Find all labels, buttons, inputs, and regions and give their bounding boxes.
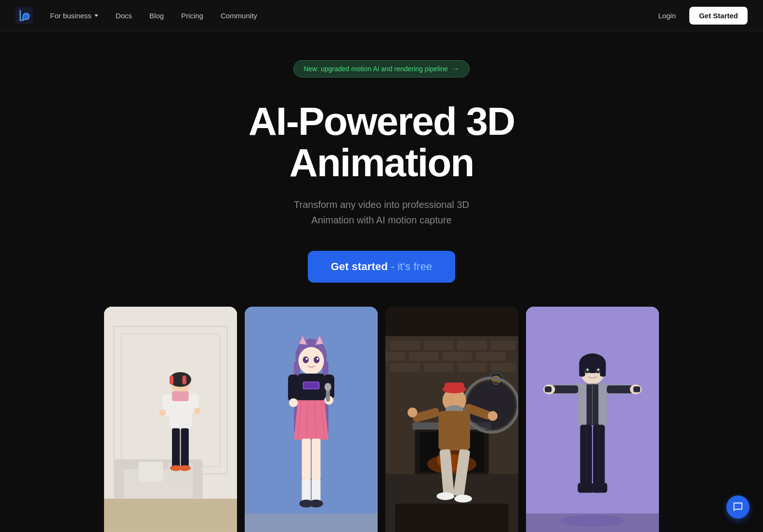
- svg-rect-14: [114, 469, 123, 499]
- svg-rect-125: [578, 483, 593, 493]
- svg-rect-24: [172, 428, 180, 468]
- svg-point-45: [316, 358, 318, 360]
- svg-rect-91: [395, 504, 508, 532]
- svg-rect-66: [385, 307, 518, 336]
- svg-rect-78: [457, 363, 487, 372]
- chevron-down-icon: [94, 14, 98, 17]
- svg-rect-126: [592, 483, 607, 493]
- svg-point-115: [597, 369, 599, 371]
- svg-rect-74: [443, 352, 472, 361]
- nav-right: Login Get Started: [650, 7, 748, 25]
- svg-rect-21: [183, 376, 186, 384]
- announcement-badge[interactable]: New: upgraded motion AI and rendering pi…: [293, 60, 470, 78]
- nav-for-business[interactable]: For business: [42, 8, 106, 24]
- svg-rect-133: [545, 387, 552, 392]
- svg-rect-72: [385, 352, 405, 361]
- svg-rect-16: [139, 462, 163, 481]
- svg-point-44: [306, 358, 308, 360]
- navbar: For business Docs Blog Pricing Community…: [0, 0, 763, 31]
- card-1: [104, 307, 237, 532]
- nav-blog[interactable]: Blog: [142, 8, 171, 24]
- badge-text: New: upgraded motion AI and rendering pi…: [303, 65, 448, 73]
- card-3: [385, 307, 518, 532]
- svg-point-89: [467, 381, 515, 429]
- hero-section: New: upgraded motion AI and rendering pi…: [0, 31, 763, 307]
- svg-point-112: [585, 368, 590, 373]
- cta-prefix: Get started: [331, 260, 388, 272]
- svg-rect-57: [302, 439, 311, 480]
- svg-rect-110: [579, 362, 585, 377]
- svg-rect-68: [390, 341, 420, 350]
- svg-rect-71: [491, 341, 515, 350]
- svg-rect-77: [424, 363, 453, 372]
- card-4: [526, 307, 659, 532]
- nav-links: For business Docs Blog Pricing Community: [42, 8, 265, 24]
- svg-rect-69: [424, 341, 453, 350]
- nav-docs[interactable]: Docs: [108, 8, 140, 24]
- hero-subtitle: Transform any video into professional 3D…: [294, 197, 469, 228]
- cta-button[interactable]: Get started - it's free: [308, 251, 456, 283]
- nav-community[interactable]: Community: [213, 8, 265, 24]
- svg-rect-76: [390, 363, 420, 372]
- main-content: New: upgraded motion AI and rendering pi…: [0, 0, 763, 532]
- svg-point-42: [303, 356, 309, 363]
- svg-point-27: [179, 465, 191, 471]
- svg-point-100: [488, 411, 498, 421]
- svg-rect-75: [476, 352, 505, 361]
- svg-point-43: [314, 356, 319, 363]
- svg-rect-129: [552, 386, 578, 393]
- svg-rect-96: [438, 411, 470, 451]
- svg-point-30: [159, 409, 166, 416]
- svg-point-41: [298, 347, 324, 375]
- cards-section: [92, 307, 671, 532]
- svg-rect-79: [491, 363, 515, 372]
- svg-point-103: [436, 493, 454, 500]
- svg-rect-58: [312, 439, 320, 480]
- login-button[interactable]: Login: [650, 8, 684, 24]
- svg-point-114: [587, 369, 589, 371]
- svg-rect-73: [409, 352, 438, 361]
- chat-icon: [733, 502, 743, 512]
- svg-rect-130: [607, 386, 633, 393]
- card-2: [245, 307, 378, 532]
- svg-rect-48: [304, 383, 319, 389]
- svg-point-61: [289, 398, 298, 407]
- svg-point-31: [194, 408, 200, 415]
- get-started-nav-button[interactable]: Get Started: [689, 7, 748, 25]
- svg-rect-70: [457, 341, 487, 350]
- nav-left: For business Docs Blog Pricing Community: [15, 7, 265, 24]
- badge-arrow: →: [452, 65, 460, 73]
- svg-rect-25: [181, 428, 188, 468]
- svg-point-99: [408, 408, 417, 417]
- cta-suffix: - it's free: [391, 260, 432, 272]
- svg-rect-17: [168, 462, 193, 481]
- svg-point-104: [454, 495, 472, 503]
- svg-point-1: [24, 14, 28, 19]
- svg-point-107: [561, 515, 625, 527]
- svg-rect-134: [633, 387, 640, 392]
- chat-button[interactable]: [726, 495, 750, 519]
- svg-rect-33: [245, 514, 378, 532]
- svg-rect-59: [288, 375, 299, 402]
- svg-point-113: [595, 368, 600, 373]
- svg-rect-20: [170, 376, 173, 384]
- svg-point-56: [309, 500, 323, 507]
- logo-icon[interactable]: [15, 7, 33, 24]
- svg-rect-23: [172, 391, 189, 401]
- svg-rect-95: [445, 383, 464, 392]
- hero-title: AI-Powered 3D Animation: [165, 101, 598, 183]
- nav-pricing[interactable]: Pricing: [173, 8, 211, 24]
- svg-point-64: [325, 383, 331, 391]
- svg-rect-111: [600, 362, 605, 377]
- svg-rect-15: [193, 469, 202, 499]
